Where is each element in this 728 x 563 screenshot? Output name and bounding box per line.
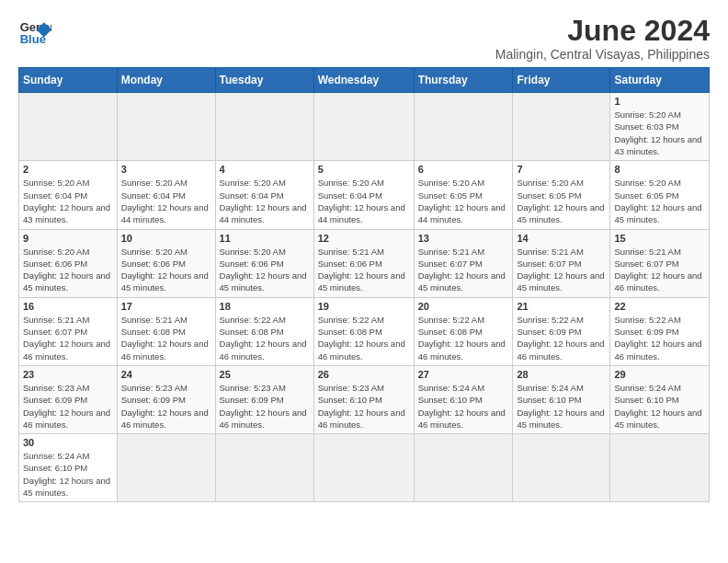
calendar-table: SundayMondayTuesdayWednesdayThursdayFrid… — [18, 67, 710, 502]
day-number: 17 — [121, 301, 211, 312]
calendar-cell: 5Sunrise: 5:20 AMSunset: 6:04 PMDaylight… — [313, 161, 414, 229]
calendar-cell: 1Sunrise: 5:20 AMSunset: 6:03 PMDaylight… — [610, 93, 710, 161]
day-info: Sunrise: 5:20 AMSunset: 6:03 PMDaylight:… — [614, 109, 705, 157]
page-header: General Blue June 2024 Malingin, Central… — [18, 15, 710, 62]
day-info: Sunrise: 5:22 AMSunset: 6:09 PMDaylight:… — [614, 314, 705, 362]
day-info: Sunrise: 5:20 AMSunset: 6:04 PMDaylight:… — [23, 177, 113, 225]
calendar-week-6: 30Sunrise: 5:24 AMSunset: 6:10 PMDayligh… — [19, 434, 710, 502]
day-number: 2 — [23, 164, 113, 175]
calendar-week-4: 16Sunrise: 5:21 AMSunset: 6:07 PMDayligh… — [19, 297, 710, 365]
day-info: Sunrise: 5:20 AMSunset: 6:05 PMDaylight:… — [614, 177, 705, 225]
calendar-cell: 29Sunrise: 5:24 AMSunset: 6:10 PMDayligh… — [610, 365, 710, 433]
logo-icon: General Blue — [18, 15, 51, 48]
day-number: 10 — [121, 233, 211, 244]
calendar-body: 1Sunrise: 5:20 AMSunset: 6:03 PMDaylight… — [19, 93, 710, 502]
calendar-cell: 18Sunrise: 5:22 AMSunset: 6:08 PMDayligh… — [215, 297, 313, 365]
calendar-cell: 7Sunrise: 5:20 AMSunset: 6:05 PMDaylight… — [513, 161, 610, 229]
calendar-cell: 21Sunrise: 5:22 AMSunset: 6:09 PMDayligh… — [513, 297, 610, 365]
calendar-cell: 22Sunrise: 5:22 AMSunset: 6:09 PMDayligh… — [610, 297, 710, 365]
day-number: 19 — [318, 301, 410, 312]
calendar-cell — [513, 434, 610, 502]
calendar-cell — [513, 93, 610, 161]
calendar-cell: 3Sunrise: 5:20 AMSunset: 6:04 PMDaylight… — [117, 161, 215, 229]
calendar-cell — [117, 93, 215, 161]
day-info: Sunrise: 5:20 AMSunset: 6:05 PMDaylight:… — [517, 177, 606, 225]
day-info: Sunrise: 5:24 AMSunset: 6:10 PMDaylight:… — [23, 450, 113, 499]
title-area: June 2024 Malingin, Central Visayas, Phi… — [495, 15, 710, 62]
calendar-cell: 11Sunrise: 5:20 AMSunset: 6:06 PMDayligh… — [215, 229, 313, 297]
calendar-cell: 6Sunrise: 5:20 AMSunset: 6:05 PMDaylight… — [414, 161, 513, 229]
day-info: Sunrise: 5:23 AMSunset: 6:09 PMDaylight:… — [23, 382, 113, 431]
calendar-cell: 19Sunrise: 5:22 AMSunset: 6:08 PMDayligh… — [313, 297, 414, 365]
day-number: 13 — [418, 233, 509, 244]
day-number: 11 — [220, 233, 310, 244]
day-number: 26 — [318, 369, 410, 380]
day-number: 4 — [220, 164, 310, 175]
day-number: 18 — [220, 301, 310, 312]
calendar-cell: 24Sunrise: 5:23 AMSunset: 6:09 PMDayligh… — [117, 365, 215, 433]
calendar-cell: 30Sunrise: 5:24 AMSunset: 6:10 PMDayligh… — [19, 434, 118, 502]
calendar-cell: 25Sunrise: 5:23 AMSunset: 6:09 PMDayligh… — [215, 365, 313, 433]
day-info: Sunrise: 5:23 AMSunset: 6:09 PMDaylight:… — [121, 382, 211, 431]
day-number: 6 — [418, 164, 509, 175]
day-info: Sunrise: 5:20 AMSunset: 6:05 PMDaylight:… — [418, 177, 509, 225]
day-number: 28 — [517, 369, 606, 380]
calendar-header: SundayMondayTuesdayWednesdayThursdayFrid… — [19, 68, 710, 93]
day-number: 9 — [23, 233, 113, 244]
calendar-cell: 17Sunrise: 5:21 AMSunset: 6:08 PMDayligh… — [117, 297, 215, 365]
calendar-cell: 16Sunrise: 5:21 AMSunset: 6:07 PMDayligh… — [19, 297, 118, 365]
day-info: Sunrise: 5:22 AMSunset: 6:08 PMDaylight:… — [220, 314, 310, 362]
day-info: Sunrise: 5:20 AMSunset: 6:06 PMDaylight:… — [23, 246, 113, 294]
day-info: Sunrise: 5:24 AMSunset: 6:10 PMDaylight:… — [614, 382, 705, 431]
day-number: 12 — [318, 233, 410, 244]
day-number: 7 — [517, 164, 606, 175]
calendar-cell: 20Sunrise: 5:22 AMSunset: 6:08 PMDayligh… — [414, 297, 513, 365]
day-info: Sunrise: 5:23 AMSunset: 6:10 PMDaylight:… — [318, 382, 410, 431]
calendar-cell — [215, 434, 313, 502]
calendar-cell: 4Sunrise: 5:20 AMSunset: 6:04 PMDaylight… — [215, 161, 313, 229]
calendar-cell — [313, 434, 414, 502]
calendar-cell — [610, 434, 710, 502]
calendar-cell: 8Sunrise: 5:20 AMSunset: 6:05 PMDaylight… — [610, 161, 710, 229]
day-info: Sunrise: 5:21 AMSunset: 6:06 PMDaylight:… — [318, 246, 410, 294]
calendar-cell: 26Sunrise: 5:23 AMSunset: 6:10 PMDayligh… — [313, 365, 414, 433]
day-info: Sunrise: 5:23 AMSunset: 6:09 PMDaylight:… — [220, 382, 310, 431]
day-number: 23 — [23, 369, 113, 380]
header-thursday: Thursday — [414, 68, 513, 93]
day-number: 20 — [418, 301, 509, 312]
day-info: Sunrise: 5:20 AMSunset: 6:04 PMDaylight:… — [318, 177, 410, 225]
day-number: 27 — [418, 369, 509, 380]
calendar-cell: 10Sunrise: 5:20 AMSunset: 6:06 PMDayligh… — [117, 229, 215, 297]
day-number: 8 — [614, 164, 705, 175]
day-info: Sunrise: 5:22 AMSunset: 6:08 PMDaylight:… — [318, 314, 410, 362]
day-info: Sunrise: 5:21 AMSunset: 6:07 PMDaylight:… — [23, 314, 113, 362]
calendar-cell — [117, 434, 215, 502]
day-number: 1 — [614, 96, 705, 107]
header-wednesday: Wednesday — [313, 68, 414, 93]
day-number: 15 — [614, 233, 705, 244]
day-info: Sunrise: 5:21 AMSunset: 6:07 PMDaylight:… — [614, 246, 705, 294]
header-monday: Monday — [117, 68, 215, 93]
calendar-cell: 13Sunrise: 5:21 AMSunset: 6:07 PMDayligh… — [414, 229, 513, 297]
header-sunday: Sunday — [19, 68, 118, 93]
day-info: Sunrise: 5:20 AMSunset: 6:06 PMDaylight:… — [220, 246, 310, 294]
day-number: 25 — [220, 369, 310, 380]
calendar-cell: 23Sunrise: 5:23 AMSunset: 6:09 PMDayligh… — [19, 365, 118, 433]
day-number: 30 — [23, 437, 113, 448]
day-number: 14 — [517, 233, 606, 244]
calendar-cell: 2Sunrise: 5:20 AMSunset: 6:04 PMDaylight… — [19, 161, 118, 229]
day-info: Sunrise: 5:24 AMSunset: 6:10 PMDaylight:… — [418, 382, 509, 431]
day-info: Sunrise: 5:21 AMSunset: 6:07 PMDaylight:… — [517, 246, 606, 294]
day-info: Sunrise: 5:20 AMSunset: 6:04 PMDaylight:… — [220, 177, 310, 225]
day-number: 24 — [121, 369, 211, 380]
month-title: June 2024 — [495, 15, 710, 47]
logo: General Blue — [18, 15, 51, 48]
day-info: Sunrise: 5:20 AMSunset: 6:06 PMDaylight:… — [121, 246, 211, 294]
calendar-cell: 27Sunrise: 5:24 AMSunset: 6:10 PMDayligh… — [414, 365, 513, 433]
day-number: 16 — [23, 301, 113, 312]
day-info: Sunrise: 5:20 AMSunset: 6:04 PMDaylight:… — [121, 177, 211, 225]
calendar-cell: 15Sunrise: 5:21 AMSunset: 6:07 PMDayligh… — [610, 229, 710, 297]
calendar-week-2: 2Sunrise: 5:20 AMSunset: 6:04 PMDaylight… — [19, 161, 710, 229]
day-number: 3 — [121, 164, 211, 175]
calendar-cell — [414, 434, 513, 502]
